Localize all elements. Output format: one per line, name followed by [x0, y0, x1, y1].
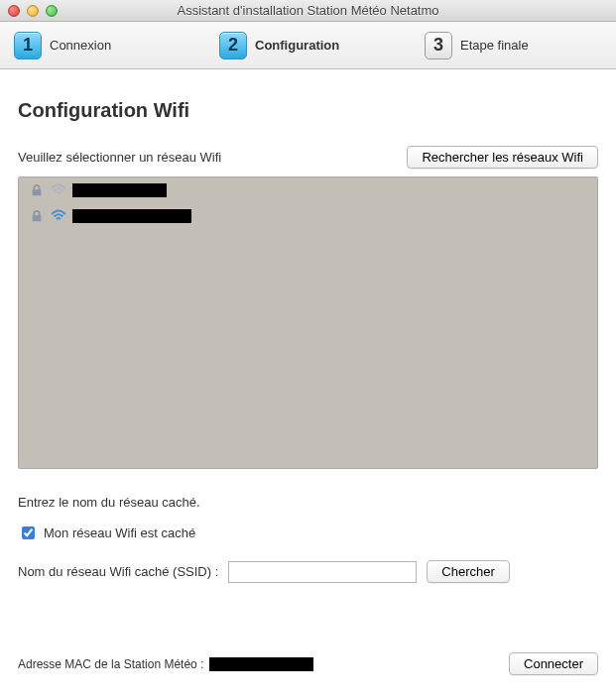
wifi-network-item[interactable]: [19, 177, 597, 203]
wifi-signal-strong-icon: [51, 208, 66, 224]
step-label: Configuration: [255, 38, 339, 53]
wifi-network-list[interactable]: [18, 176, 598, 469]
mac-address-redacted: [209, 657, 313, 671]
hidden-ssid-input[interactable]: [228, 561, 417, 583]
lock-icon: [29, 182, 45, 198]
search-networks-button[interactable]: Rechercher les réseaux Wifi: [407, 146, 598, 169]
hidden-network-prompt: Entrez le nom du réseau caché.: [18, 495, 598, 510]
step-connexion: 1 Connexion: [0, 22, 205, 68]
wifi-ssid-redacted: [72, 183, 167, 197]
minimize-window-button[interactable]: [27, 5, 39, 17]
select-network-prompt: Veuillez sélectionner un réseau Wifi: [18, 150, 221, 165]
content-area: Configuration Wifi Veuillez sélectionner…: [0, 69, 616, 689]
step-number-icon: 3: [425, 32, 452, 59]
wifi-ssid-redacted: [72, 209, 191, 223]
mac-address-label: Adresse MAC de la Station Météo :: [18, 657, 203, 671]
window-title: Assistant d'installation Station Météo N…: [0, 3, 616, 18]
close-window-button[interactable]: [8, 5, 20, 17]
step-number-icon: 2: [219, 32, 247, 59]
step-configuration: 2 Configuration: [205, 22, 411, 68]
connect-button[interactable]: Connecter: [509, 652, 598, 675]
zoom-window-button[interactable]: [46, 5, 58, 17]
wifi-network-item[interactable]: [19, 203, 597, 229]
step-label: Connexion: [50, 38, 111, 53]
step-number-icon: 1: [14, 32, 42, 59]
hidden-network-checkbox-label: Mon réseau Wifi est caché: [44, 525, 195, 540]
step-etape-finale: 3 Etape finale: [411, 22, 616, 68]
lock-icon: [29, 208, 45, 224]
hidden-network-checkbox[interactable]: [22, 526, 35, 539]
wifi-signal-weak-icon: [51, 182, 66, 198]
page-title: Configuration Wifi: [18, 99, 598, 122]
wizard-steps: 1 Connexion 2 Configuration 3 Etape fina…: [0, 22, 616, 69]
step-label: Etape finale: [460, 38, 529, 53]
titlebar: Assistant d'installation Station Météo N…: [0, 0, 616, 22]
traffic-lights: [8, 5, 58, 17]
search-hidden-button[interactable]: Chercher: [427, 560, 509, 583]
hidden-ssid-label: Nom du réseau Wifi caché (SSID) :: [18, 564, 218, 579]
